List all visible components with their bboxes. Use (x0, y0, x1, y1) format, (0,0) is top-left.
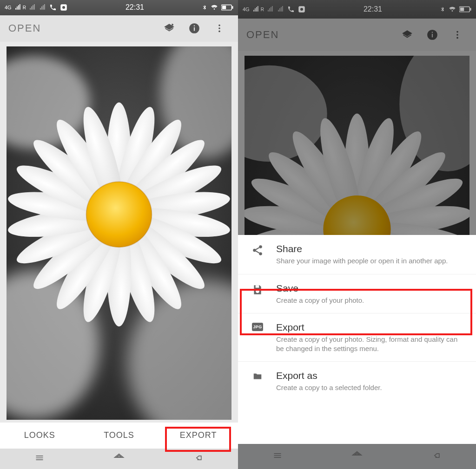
left-screenshot: 4G R 22:31 OPEN (0, 0, 238, 469)
svg-point-8 (218, 25, 220, 26)
svg-point-41 (300, 8, 303, 11)
wifi-icon (210, 4, 218, 11)
sheet-title: Share (276, 243, 467, 254)
image-canvas-area (0, 42, 238, 423)
kebab-menu-icon (214, 23, 225, 33)
sheet-item-export-as[interactable]: Export as Create a copy to a selected fo… (238, 361, 476, 401)
hamburger-icon (271, 451, 284, 460)
app-header: OPEN (0, 15, 238, 42)
bluetooth-icon (202, 4, 207, 11)
open-button[interactable]: OPEN (246, 29, 279, 41)
sheet-title: Save (276, 283, 467, 294)
svg-rect-44 (460, 7, 464, 11)
status-carrier: 4G (243, 7, 250, 12)
status-time: 22:31 (68, 3, 202, 12)
camera-app-icon (298, 5, 306, 13)
layers-undo-icon (163, 22, 175, 34)
edited-photo[interactable] (7, 46, 231, 420)
nav-home-button[interactable] (350, 450, 364, 462)
svg-point-48 (456, 31, 458, 33)
svg-point-81 (259, 252, 262, 255)
sheet-desc: Create a copy of your photo. (276, 296, 467, 305)
back-icon (192, 453, 205, 462)
hamburger-icon (33, 453, 46, 462)
svg-rect-7 (194, 26, 195, 26)
info-icon (426, 29, 438, 41)
menu-button[interactable] (447, 25, 468, 45)
nav-home-button[interactable] (112, 453, 126, 465)
open-button[interactable]: OPEN (8, 22, 41, 34)
camera-app-icon (60, 3, 68, 12)
undo-stack-button[interactable] (397, 25, 417, 45)
phone-icon (287, 6, 295, 13)
info-icon (188, 22, 200, 34)
sheet-desc: Create a copy of your photo. Sizing, for… (276, 335, 467, 353)
save-icon (251, 284, 264, 296)
undo-stack-button[interactable] (159, 18, 179, 39)
svg-rect-6 (194, 27, 195, 31)
back-icon (430, 451, 443, 460)
status-right-group (440, 6, 471, 13)
layers-undo-icon (401, 29, 413, 41)
sheet-title: Export (276, 322, 467, 333)
signal-bars-dim2-icon (39, 4, 46, 11)
sheet-item-share[interactable]: Share Share your image with people or op… (238, 235, 476, 274)
nav-back-button[interactable] (430, 451, 443, 462)
svg-point-79 (259, 245, 262, 248)
bottom-tab-bar: LOOKS TOOLS EXPORT (0, 423, 238, 449)
nav-back-button[interactable] (192, 453, 205, 464)
menu-button[interactable] (209, 18, 230, 39)
wifi-icon (448, 6, 456, 13)
status-bar: 4G R 22:31 (238, 0, 476, 19)
svg-point-1 (62, 6, 65, 9)
folder-icon (251, 371, 264, 381)
svg-rect-43 (470, 8, 471, 11)
kebab-menu-icon (452, 30, 463, 40)
tab-export[interactable]: EXPORT (159, 423, 238, 449)
sheet-item-save[interactable]: Save Create a copy of your photo. (238, 274, 476, 313)
sheet-desc: Share your image with people or open it … (276, 256, 467, 266)
tab-tools[interactable]: TOOLS (79, 423, 159, 449)
signal-bars-dim2-icon (277, 6, 284, 13)
device-nav-bar (0, 449, 238, 469)
status-right-group (202, 4, 233, 11)
phone-icon (49, 4, 57, 11)
sheet-item-export[interactable]: JPG Export Create a copy of your photo. … (238, 313, 476, 361)
nav-recent-button[interactable] (33, 453, 46, 464)
app-header: OPEN (238, 19, 476, 51)
home-icon (112, 453, 126, 463)
signal-bars-icon (252, 6, 260, 13)
battery-icon (221, 4, 233, 11)
svg-rect-4 (222, 6, 226, 9)
status-roaming: R (261, 7, 264, 12)
jpg-badge-icon: JPG (252, 323, 264, 331)
status-bar: 4G R 22:31 (0, 0, 238, 15)
signal-bars-icon (14, 4, 22, 11)
right-screenshot: 4G R 22:31 OPEN (238, 0, 476, 469)
device-nav-bar (238, 444, 476, 469)
svg-rect-3 (232, 7, 233, 9)
svg-point-49 (456, 34, 458, 36)
signal-bars-dim-icon (29, 4, 36, 11)
battery-icon (459, 6, 471, 13)
svg-point-50 (456, 37, 458, 39)
tab-looks[interactable]: LOOKS (0, 423, 79, 449)
info-button[interactable] (422, 25, 443, 45)
svg-rect-46 (432, 34, 433, 38)
svg-point-10 (218, 31, 220, 33)
svg-point-9 (218, 28, 220, 30)
signal-bars-dim-icon (267, 6, 274, 13)
svg-point-80 (253, 249, 256, 252)
sheet-title: Export as (276, 370, 467, 381)
status-roaming: R (23, 5, 26, 10)
svg-rect-47 (432, 32, 433, 33)
sheet-desc: Create a copy to a selected folder. (276, 383, 467, 392)
status-left-group: 4G R (5, 3, 68, 12)
status-carrier: 4G (5, 5, 12, 10)
svg-rect-82 (256, 285, 259, 287)
svg-point-83 (256, 289, 259, 293)
info-button[interactable] (184, 18, 205, 39)
home-icon (350, 450, 364, 461)
bluetooth-icon (440, 6, 445, 13)
nav-recent-button[interactable] (271, 451, 284, 462)
